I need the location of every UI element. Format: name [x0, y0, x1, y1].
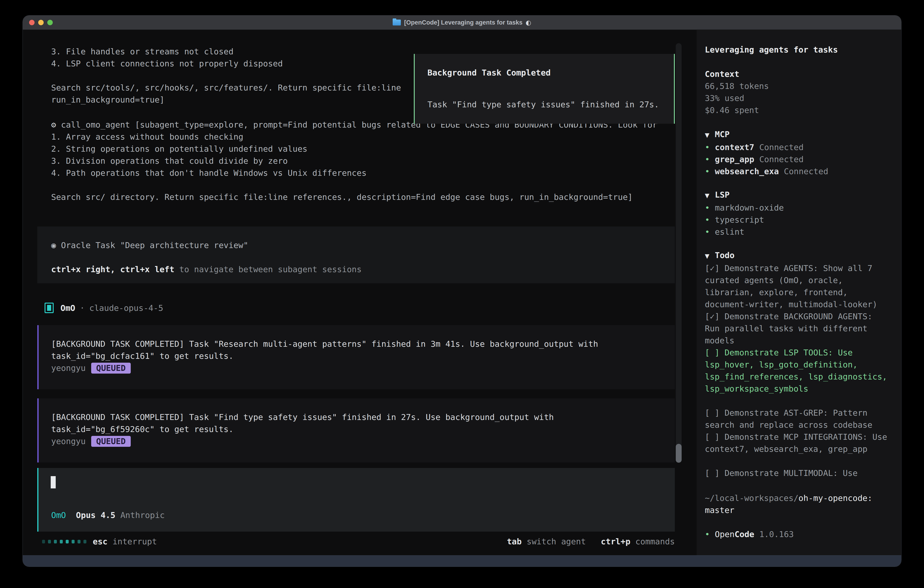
session-title: Leveraging agents for tasks [705, 44, 889, 56]
mcp-item: •context7Connected [705, 141, 889, 153]
tool-call-item: 4. Path operations that don't handle Win… [51, 167, 681, 179]
close-button[interactable] [29, 20, 35, 25]
prompt-model: Opus 4.5 [76, 509, 115, 521]
lsp-heading: LSP [715, 190, 729, 200]
folder-icon [393, 20, 401, 25]
esc-key-label: interrupt [112, 535, 157, 548]
todo-item-pending: [ ] Demonstrate MCP INTEGRATIONS: Use co… [705, 431, 889, 455]
message-author: yeongyu [51, 435, 86, 447]
context-tokens: 66,518 tokens [705, 80, 889, 92]
agent-name: OmO [61, 302, 75, 314]
toast-title: Background Task Completed [427, 67, 671, 79]
chevron-down-icon[interactable]: ▼ [705, 129, 715, 141]
tool-call-block: ⚙ call_omo_agent [subagent_type=explore,… [51, 119, 681, 203]
terminal-scrollbar-thumb[interactable] [676, 444, 681, 463]
workspace-branch: master [705, 505, 734, 515]
tool-call-item: 1. Array access without bounds checking [51, 131, 681, 143]
workspace-repo: oh-my-opencode: [799, 494, 872, 503]
mcp-section: ▼MCP •context7Connected •grep_appConnect… [705, 128, 889, 177]
background-task-message: [BACKGROUND TASK COMPLETED] Task "Resear… [37, 325, 675, 389]
context-used: 33% used [705, 92, 889, 104]
oracle-task-panel: ◉ Oracle Task "Deep architecture review"… [37, 226, 675, 283]
prompt-input[interactable]: OmO Opus 4.5 Anthropic [37, 468, 675, 532]
tool-call-item: 3. Division operations that could divide… [51, 155, 681, 167]
gear-icon: ⚙ [51, 120, 61, 129]
bullet-dot-icon: • [705, 165, 715, 177]
ctrlp-key-hint: ctrl+p [601, 535, 630, 548]
status-badge: QUEUED [91, 363, 131, 373]
prompt-agent: OmO [51, 509, 66, 521]
tab-key-hint: tab [507, 535, 521, 548]
chevron-down-icon[interactable]: ▼ [705, 190, 715, 202]
background-task-message: [BACKGROUND TASK COMPLETED] Task "Find t… [37, 398, 675, 462]
esc-key-hint: esc [93, 535, 107, 548]
todo-item-done: [✓] Demonstrate AGENTS: Show all 7 curat… [705, 262, 889, 311]
window-title-text: [OpenCode] Leveraging agents for tasks [404, 17, 523, 29]
shortcut-hint: to navigate between subagent sessions [174, 265, 362, 274]
minimize-button[interactable] [38, 20, 44, 25]
window-title: [OpenCode] Leveraging agents for tasks ◐ [393, 17, 531, 29]
traffic-lights [29, 15, 53, 30]
agent-square-icon [45, 303, 54, 313]
terminal-scrollbar[interactable] [676, 43, 681, 463]
agent-model: claude-opus-4-5 [89, 302, 163, 314]
lsp-section: ▼LSP •markdown-oxide •typescript •eslint [705, 189, 889, 238]
lsp-item: •eslint [705, 226, 889, 238]
loading-spinner [42, 540, 86, 543]
workspace-path: ~/local-workspaces/oh-my-opencode: maste… [705, 492, 889, 516]
tool-call-item: 2. String operations on potentially unde… [51, 143, 681, 155]
desktop: [OpenCode] Leveraging agents for tasks ◐… [0, 0, 924, 588]
todo-item-pending: [ ] Demonstrate MULTIMODAL: Use [705, 467, 889, 479]
todo-item-pending: [ ] Demonstrate AST-GREP: Pattern search… [705, 407, 889, 431]
todo-heading: Todo [715, 251, 734, 260]
status-bar: esc interrupt tab switch agent ctrl+p co… [42, 535, 675, 548]
chevron-down-icon[interactable]: ▼ [705, 250, 715, 262]
tab-key-label: switch agent [526, 535, 586, 548]
shortcut-keys: ctrl+x right, ctrl+x left [51, 265, 174, 274]
app-window: [OpenCode] Leveraging agents for tasks ◐… [23, 15, 901, 567]
bullet-dot-icon: • [705, 226, 715, 238]
bullet-dot-icon: • [705, 528, 715, 540]
brand-name: Open [715, 528, 734, 540]
titlebar: [OpenCode] Leveraging agents for tasks ◐ [23, 15, 901, 30]
agent-header: OmO · claude-opus-4-5 [45, 302, 163, 314]
maximize-button[interactable] [47, 20, 53, 25]
status-badge: QUEUED [91, 436, 131, 447]
oracle-task-header: ◉ Oracle Task "Deep architecture review" [51, 239, 675, 251]
message-author: yeongyu [51, 362, 86, 374]
todo-item-done: [✓] Demonstrate BACKGROUND AGENTS: Run p… [705, 311, 889, 347]
context-heading: Context [705, 68, 889, 80]
todo-section: ▼Todo [✓] Demonstrate AGENTS: Show all 7… [705, 249, 889, 479]
app-version: •OpenCode1.0.163 [705, 528, 889, 540]
separator-dot: · [80, 302, 85, 314]
tool-call-tail: Search src/ directory. Return specific f… [51, 191, 681, 203]
lsp-item: •markdown-oxide [705, 202, 889, 214]
mcp-item: •grep_appConnected [705, 153, 889, 165]
sidebar: Leveraging agents for tasks Context 66,5… [696, 30, 901, 555]
context-spent: $0.46 spent [705, 104, 889, 116]
message-text: [BACKGROUND TASK COMPLETED] Task "Find t… [51, 411, 654, 435]
half-circle-icon: ◐ [526, 17, 531, 29]
workspace-path-prefix: ~/local-workspaces/ [705, 494, 799, 503]
version-number: 1.0.163 [759, 528, 794, 540]
mcp-heading: MCP [715, 130, 729, 139]
bullet-dot-icon: • [705, 214, 715, 226]
ctrlp-key-label: commands [635, 535, 675, 548]
bullet-dot-icon: • [705, 202, 715, 214]
message-text: [BACKGROUND TASK COMPLETED] Task "Resear… [51, 338, 654, 362]
lsp-item: •typescript [705, 214, 889, 226]
context-section: Context 66,518 tokens 33% used $0.46 spe… [705, 68, 889, 116]
mcp-item: •websearch_exaConnected [705, 165, 889, 177]
text-cursor [51, 476, 56, 489]
prompt-provider: Anthropic [120, 509, 165, 521]
bullet-dot-icon: • [705, 141, 715, 153]
window-bottom-edge [23, 555, 901, 567]
toast-body: Task "Find type safety issues" finished … [427, 99, 671, 111]
background-task-toast: Background Task Completed Task "Find typ… [414, 54, 675, 124]
todo-item-active: [ ] Demonstrate LSP TOOLS: Use lsp_hover… [705, 347, 889, 395]
bullet-dot-icon: • [705, 153, 715, 165]
